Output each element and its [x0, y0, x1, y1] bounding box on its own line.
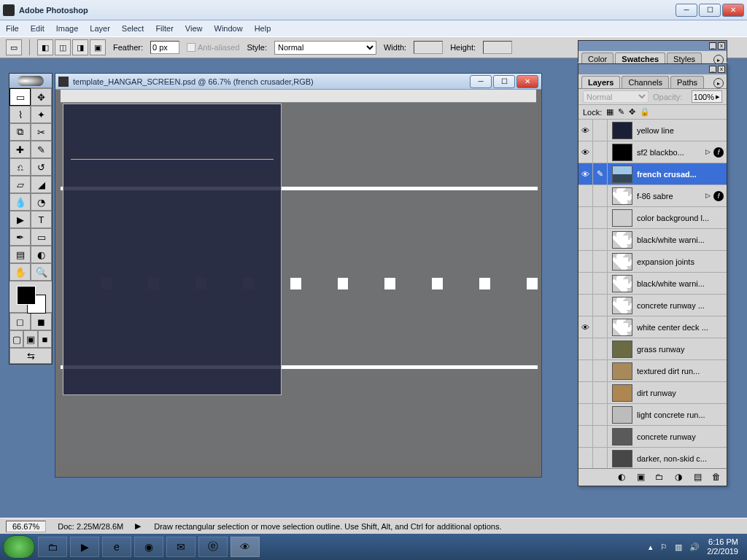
link-toggle[interactable]	[593, 141, 608, 163]
brush-tool[interactable]: ✎	[31, 141, 52, 158]
layer-thumbnail[interactable]	[612, 187, 632, 205]
doc-info[interactable]: Doc: 2.25M/28.6M	[58, 522, 123, 531]
layer-thumbnail[interactable]	[612, 253, 632, 271]
doc-close-button[interactable]: ✕	[516, 75, 538, 88]
layer-thumbnail[interactable]	[612, 384, 632, 402]
taskbar-mail-icon[interactable]: ✉	[166, 537, 196, 557]
link-toggle[interactable]	[593, 404, 608, 426]
lock-position-icon[interactable]: ✥	[629, 107, 635, 117]
layer-row[interactable]: black/white warni...	[578, 273, 727, 295]
menu-file[interactable]: File	[6, 24, 19, 33]
link-toggle[interactable]	[593, 448, 608, 469]
selection-intersect-icon[interactable]: ▣	[90, 39, 106, 55]
link-toggle[interactable]	[593, 229, 608, 251]
delete-layer-icon[interactable]: 🗑	[711, 471, 722, 483]
layer-thumbnail[interactable]	[612, 362, 632, 380]
layer-name[interactable]: white center deck ...	[637, 323, 727, 332]
minimize-button[interactable]: ─	[676, 4, 697, 17]
visibility-toggle[interactable]	[578, 404, 593, 426]
layer-name[interactable]: black/white warni...	[637, 279, 727, 288]
system-tray[interactable]: ▴ ⚐ ▥ 🔊 6:16 PM 2/2/2019	[643, 537, 744, 556]
color-swatches[interactable]	[9, 281, 52, 313]
taskbar-photoshop-icon[interactable]: 👁	[231, 537, 260, 557]
taskbar-ie-icon[interactable]: e	[102, 537, 131, 557]
wand-tool[interactable]: ✦	[31, 106, 52, 123]
marquee-tool[interactable]: ▭	[9, 88, 31, 106]
layer-thumbnail[interactable]	[612, 297, 632, 314]
layer-row[interactable]: concrete runway	[578, 426, 727, 448]
expand-icon[interactable]: ▷	[703, 191, 712, 200]
layer-name[interactable]: concrete runway ...	[637, 301, 727, 310]
blend-mode-select[interactable]: Normal	[583, 90, 649, 103]
close-button[interactable]: ✕	[722, 4, 744, 17]
menu-edit[interactable]: Edit	[31, 24, 44, 33]
tab-channels[interactable]: Channels	[622, 76, 668, 88]
visibility-toggle[interactable]	[578, 185, 593, 207]
panel-close-icon[interactable]: x	[718, 42, 725, 50]
layer-row[interactable]: 👁yellow line	[578, 120, 727, 141]
style-select[interactable]: Normal	[274, 41, 376, 55]
layer-name[interactable]: sf2 blackbo...	[637, 148, 700, 157]
link-toggle[interactable]	[593, 273, 608, 295]
new-set-icon[interactable]: 🗀	[654, 471, 665, 483]
layer-thumbnail[interactable]	[612, 209, 632, 227]
visibility-toggle[interactable]	[578, 251, 593, 273]
quickmask-off[interactable]: ◻	[9, 313, 31, 330]
layer-row[interactable]: color background l...	[578, 207, 727, 229]
gradient-tool[interactable]: ◢	[31, 176, 52, 193]
move-tool[interactable]: ✥	[31, 88, 52, 106]
selection-subtract-icon[interactable]: ◨	[72, 39, 88, 55]
layer-thumbnail[interactable]	[612, 275, 632, 292]
new-adjustment-icon[interactable]: ◑	[673, 471, 684, 483]
link-toggle[interactable]	[593, 316, 608, 338]
layer-list[interactable]: 👁yellow line👁sf2 blackbo...▷f👁✎french cr…	[578, 120, 727, 468]
dodge-tool[interactable]: ◔	[31, 193, 52, 211]
link-toggle[interactable]	[593, 382, 608, 404]
layer-mask-icon[interactable]: ▣	[635, 471, 646, 483]
pen-tool[interactable]: ✒	[9, 228, 31, 246]
layer-thumbnail[interactable]	[612, 450, 632, 467]
opacity-input[interactable]: 100%▸	[692, 90, 722, 103]
layer-row[interactable]: concrete runway ...	[578, 295, 727, 316]
layer-thumbnail[interactable]	[612, 166, 632, 183]
link-toggle[interactable]	[593, 120, 608, 141]
zoom-tool[interactable]: 🔍	[31, 263, 52, 281]
layer-name[interactable]: textured dirt run...	[637, 367, 727, 376]
zoom-level[interactable]: 66.67%	[6, 521, 46, 532]
selection-new-icon[interactable]: ◧	[37, 39, 53, 55]
notes-tool[interactable]: ▤	[9, 246, 31, 263]
layer-name[interactable]: f-86 sabre	[637, 192, 700, 201]
imageready-jump[interactable]: ⇆	[9, 348, 52, 364]
path-select-tool[interactable]: ▶	[9, 211, 31, 228]
layer-name[interactable]: expansion joints	[637, 257, 727, 266]
screenmode-standard[interactable]: ▢	[9, 330, 23, 348]
screenmode-full-menus[interactable]: ▣	[23, 330, 37, 348]
link-toggle[interactable]	[593, 360, 608, 382]
layer-name[interactable]: color background l...	[637, 214, 727, 222]
lock-transparency-icon[interactable]: ▦	[606, 107, 614, 117]
layer-row[interactable]: expansion joints	[578, 251, 727, 273]
document-titlebar[interactable]: template_HANGAR_SCREEN.psd @ 66.7% (fren…	[55, 74, 541, 90]
toolbox-header[interactable]	[9, 74, 52, 88]
taskbar-chrome-icon[interactable]: ◉	[134, 537, 163, 557]
panel-minimize-icon[interactable]: _	[709, 66, 716, 73]
layer-effects[interactable]: ▷f	[700, 147, 727, 158]
layer-row[interactable]: darker, non-skid c...	[578, 448, 727, 468]
layer-row[interactable]: dirt runway	[578, 382, 727, 404]
eraser-tool[interactable]: ▱	[9, 176, 31, 193]
menu-select[interactable]: Select	[122, 24, 144, 33]
selection-overlay[interactable]	[63, 104, 282, 395]
eyedropper-tool[interactable]: ◐	[31, 246, 52, 263]
layer-name[interactable]: light concrete run...	[637, 411, 727, 419]
history-brush-tool[interactable]: ↺	[31, 158, 52, 176]
tray-up-icon[interactable]: ▴	[649, 542, 653, 552]
layer-name[interactable]: dirt runway	[637, 389, 727, 397]
fx-icon[interactable]: f	[713, 191, 724, 201]
layer-row[interactable]: 👁✎french crusad...	[578, 163, 727, 185]
panel-menu-icon[interactable]: ▸	[713, 78, 724, 88]
layer-thumbnail[interactable]	[612, 144, 632, 161]
link-toggle[interactable]	[593, 295, 608, 316]
maximize-button[interactable]: ☐	[699, 4, 721, 17]
menu-help[interactable]: Help	[255, 24, 271, 33]
layer-row[interactable]: light concrete run...	[578, 404, 727, 426]
